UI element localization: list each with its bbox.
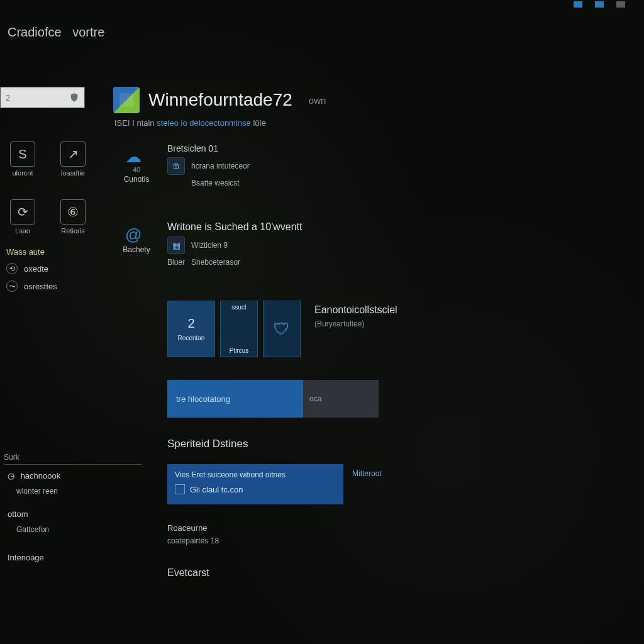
main-content: Winnefourntade72 own ISEI I ntain steleo…: [113, 87, 553, 128]
app-header: Winnefourntade72 own: [113, 87, 553, 113]
sidebar-item-ottom[interactable]: ottom: [8, 509, 146, 519]
sidebar-item-s[interactable]: S ulorcnt: [4, 142, 42, 177]
info-banner[interactable]: Vies Eret suiceone witiond oitnes Gli cl…: [167, 464, 343, 504]
sidebar-item-hachnook[interactable]: ◷ hachnoook: [8, 471, 146, 480]
breadcrumb-current: vortre: [72, 25, 104, 39]
breadcrumb: Cradiofce vortre: [8, 25, 104, 40]
clock-icon: ◷: [8, 471, 14, 480]
app-logo-icon: [113, 87, 140, 113]
checkbox-icon: [175, 484, 185, 494]
section-evetcarst: Evetcarst: [167, 567, 209, 579]
banner-link[interactable]: Mitteroot: [352, 469, 382, 478]
refresh-icon: ⟳: [10, 199, 35, 225]
section-title: Writone is Suched a 10'wventt: [167, 221, 302, 233]
tile-rocentan[interactable]: 2 Rocentan: [167, 301, 215, 357]
cloud-icon: ☁: [125, 147, 148, 166]
section-writone: Writone is Suched a 10'wventt ▦ Wizticle…: [167, 221, 302, 267]
squiggle-icon: ⤳: [6, 280, 18, 292]
at-icon: @: [125, 225, 148, 244]
sidebar-item-lsao[interactable]: ⟳ Lsao: [4, 199, 42, 235]
undo-icon: ⟲: [6, 263, 18, 274]
app-description: ISEI I ntain steleo lo delocectonminse l…: [114, 118, 553, 128]
description-link[interactable]: steleo lo delocectonminse: [157, 118, 251, 128]
search-input[interactable]: 2: [0, 87, 85, 108]
doc-icon: 🗎: [167, 157, 185, 175]
tile-shield[interactable]: 🛡: [263, 301, 301, 357]
close-icon[interactable]: [616, 1, 625, 8]
sidebar-heading: Wass aute: [6, 247, 104, 257]
section-bretsiclen: Bretsiclen 01 🗎 hcrana intuteceor Bsatte…: [167, 143, 250, 187]
sidebar-link-osresttes[interactable]: ⤳ osresttes: [6, 280, 104, 292]
sidebar-item-wlonter[interactable]: wlonter reen: [16, 487, 146, 496]
tile-ptircus[interactable]: ssuct Ptircus: [220, 301, 258, 357]
divider: [4, 464, 142, 465]
sidebar-item-retioris[interactable]: ⑥ Retioris: [54, 199, 92, 235]
sidebar: S ulorcnt ↗ loasdtie ⟳ Lsao ⑥ Retioris W…: [4, 142, 104, 298]
sidebar-link-oxedte[interactable]: ⟲ oxedte: [6, 263, 104, 274]
maximize-icon[interactable]: [595, 1, 604, 8]
category-cunotis[interactable]: ☁ 40 Cunotis: [113, 147, 160, 184]
category-bachety[interactable]: @ Bachety: [113, 225, 160, 254]
tile-row: 2 Rocentan ssuct Ptircus 🛡: [167, 301, 301, 357]
sidebar-item-arrow[interactable]: ↗ loasdtie: [54, 142, 92, 177]
circle-six-icon: ⑥: [60, 199, 86, 225]
secondary-action-button[interactable]: oca: [303, 380, 379, 418]
section-title: Bretsiclen 01: [167, 143, 250, 153]
breadcrumb-root[interactable]: Cradiofce: [8, 25, 62, 39]
number-icon: 2: [187, 316, 194, 331]
shield-icon: 🛡: [274, 319, 290, 339]
primary-action-button[interactable]: tre hlocotatong: [167, 380, 303, 418]
sidebar-item-intenoage[interactable]: Intenoage: [8, 553, 146, 562]
letter-icon: S: [10, 142, 35, 167]
section-speriteid: Speriteid Dstines: [167, 438, 248, 450]
search-placeholder: 2: [6, 93, 10, 103]
minimize-icon[interactable]: [574, 1, 582, 8]
arrow-icon: ↗: [60, 142, 86, 167]
tiles-description: Eanontoicollstsciel (Buryeartultee): [314, 304, 397, 328]
window-controls: [574, 0, 644, 10]
sidebar-divider-label: Surk: [4, 453, 146, 462]
sidebar-item-gattcefon[interactable]: Gattcefon: [16, 525, 146, 534]
shield-icon: [69, 92, 79, 103]
app-title: Winnefourntade72: [148, 90, 292, 110]
sidebar-lower: Surk ◷ hachnoook wlonter reen ottom Gatt…: [4, 453, 146, 569]
app-subtitle: own: [309, 95, 326, 106]
grid-icon: ▦: [167, 236, 185, 254]
section-roaceurne: Roaceurne coatepairtes 18: [167, 523, 219, 545]
